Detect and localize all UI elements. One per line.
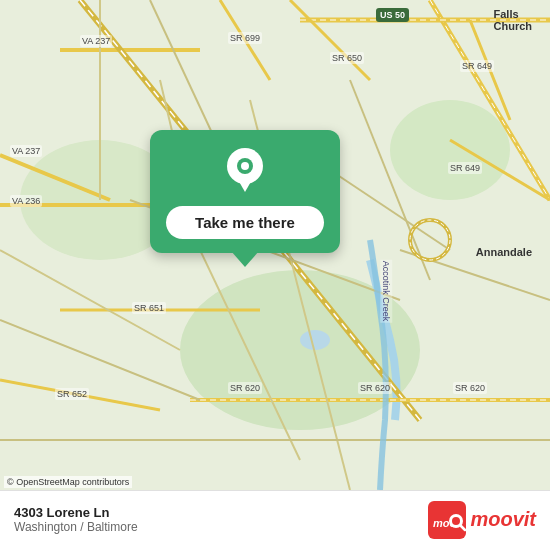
map-attribution: © OpenStreetMap contributors bbox=[4, 476, 132, 488]
map-label-annandale: Annandale bbox=[476, 246, 532, 258]
map-container: VA 237 VA 237 VA 236 SR 699 SR 650 SR 64… bbox=[0, 0, 550, 550]
svg-point-4 bbox=[390, 100, 510, 200]
road-label-sr651: SR 651 bbox=[132, 302, 166, 314]
road-label-sr650: SR 650 bbox=[330, 52, 364, 64]
svg-marker-40 bbox=[237, 178, 253, 192]
address-info: 4303 Lorene Ln Washington / Baltimore bbox=[14, 505, 138, 534]
road-label-sr620-right: SR 620 bbox=[453, 382, 487, 394]
svg-point-39 bbox=[241, 162, 249, 170]
location-popup: Take me there bbox=[150, 130, 340, 253]
city-line: Washington / Baltimore bbox=[14, 520, 138, 534]
road-label-sr649-top: SR 649 bbox=[460, 60, 494, 72]
road-label-sr652: SR 652 bbox=[55, 388, 89, 400]
moovit-text-label: moovit bbox=[470, 508, 536, 531]
highway-label-us50: US 50 bbox=[376, 8, 409, 22]
road-label-sr620-mid: SR 620 bbox=[358, 382, 392, 394]
take-me-there-button[interactable]: Take me there bbox=[166, 206, 324, 239]
moovit-logo: moo moovit bbox=[428, 501, 536, 539]
moovit-icon: moo bbox=[428, 501, 466, 539]
road-label-sr649-mid: SR 649 bbox=[448, 162, 482, 174]
location-pin-icon bbox=[227, 148, 263, 194]
road-label-va237-top: VA 237 bbox=[80, 35, 112, 47]
water-label-accotink: Accotink Creek bbox=[380, 260, 392, 323]
road-label-va237-left: VA 237 bbox=[10, 145, 42, 157]
map-label-falls-church: FallsChurch bbox=[494, 8, 533, 32]
svg-point-5 bbox=[300, 330, 330, 350]
road-label-sr620-left: SR 620 bbox=[228, 382, 262, 394]
address-line: 4303 Lorene Ln bbox=[14, 505, 138, 520]
bottom-bar: 4303 Lorene Ln Washington / Baltimore mo… bbox=[0, 490, 550, 550]
road-label-sr699: SR 699 bbox=[228, 32, 262, 44]
svg-point-44 bbox=[452, 517, 460, 525]
road-label-va236: VA 236 bbox=[10, 195, 42, 207]
